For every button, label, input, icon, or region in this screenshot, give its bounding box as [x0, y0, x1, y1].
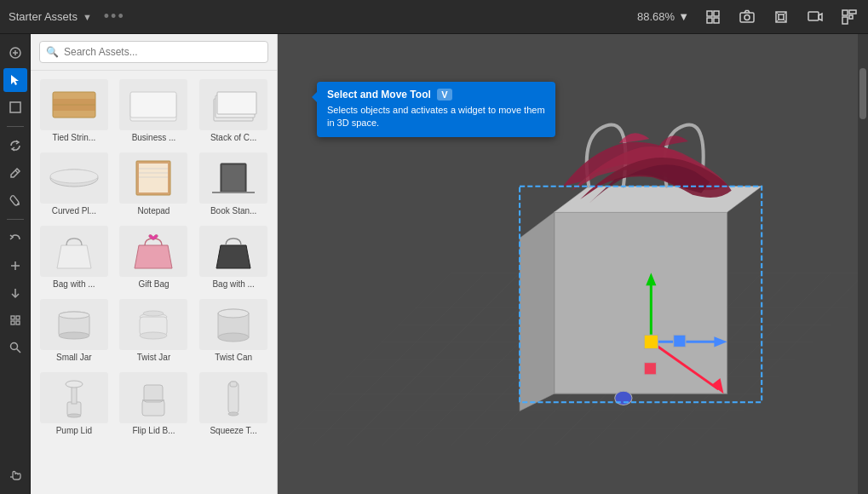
asset-label-stack-of-cards: Stack of C... — [210, 133, 256, 142]
asset-thumb-bag-black — [199, 226, 267, 277]
asset-thumb-book-stand — [199, 152, 267, 204]
svg-rect-25 — [16, 316, 20, 319]
zoom-dropdown-icon: ▼ — [678, 10, 689, 23]
asset-label-book-stand: Book Stan... — [210, 206, 256, 215]
svg-point-60 — [218, 309, 249, 318]
asset-label-bag-black: Bag with ... — [212, 279, 254, 289]
asset-bag-black[interactable]: Bag with ... — [195, 222, 272, 292]
left-toolbar — [0, 34, 31, 494]
asset-squeeze-tube[interactable]: Squeeze T... — [195, 369, 272, 439]
svg-rect-26 — [11, 321, 14, 325]
move-down-tool[interactable] — [3, 281, 27, 305]
svg-rect-4 — [740, 13, 754, 22]
viewport-scrollbar[interactable] — [858, 34, 868, 494]
asset-thumb-gift-bag — [119, 226, 187, 277]
top-bar-left: Starter Assets ▼ ••• — [9, 8, 125, 26]
camera-button[interactable] — [737, 7, 757, 27]
asset-notepad[interactable]: Notepad — [116, 149, 193, 219]
asset-grid: Tied Strin... Business ... — [31, 71, 277, 494]
render-icon — [808, 9, 823, 25]
asset-thumb-pump-lid — [40, 372, 108, 423]
gift-bag-preview — [124, 230, 183, 273]
asset-label-bag-white: Bag with ... — [53, 279, 95, 289]
svg-point-69 — [228, 412, 239, 416]
select-move-tool[interactable] — [3, 68, 27, 92]
svg-rect-12 — [849, 10, 856, 14]
zoom-value: 88.68% — [637, 10, 675, 23]
search-tool[interactable] — [3, 336, 27, 359]
undo-tool[interactable] — [3, 227, 27, 250]
asset-thumb-twist-can — [199, 299, 267, 350]
asset-label-notepad: Notepad — [138, 206, 170, 215]
asset-label-squeeze-tube: Squeeze T... — [210, 426, 256, 435]
asset-thumb-business-card — [119, 79, 187, 130]
asset-business-card[interactable]: Business ... — [116, 76, 193, 146]
main-layout: 🔍 Tied Strin... — [0, 34, 868, 494]
grid-icon — [842, 9, 857, 25]
asset-thumb-twist-jar — [119, 299, 187, 350]
frame-all-button[interactable] — [703, 7, 723, 27]
zoom-control[interactable]: 88.68% ▼ — [637, 10, 689, 23]
asset-bag-white[interactable]: Bag with ... — [36, 222, 112, 292]
tooltip-shortcut: V — [437, 89, 451, 101]
asset-label-gift-bag: Gift Bag — [138, 279, 169, 289]
asset-twist-can[interactable]: Twist Can — [195, 296, 272, 365]
asset-label-pump-lid: Pump Lid — [56, 426, 92, 435]
assets-title: Starter Assets — [9, 10, 78, 23]
asset-tied-string[interactable]: Tied Strin... — [36, 76, 112, 146]
svg-point-55 — [140, 332, 167, 339]
svg-point-40 — [50, 169, 98, 183]
asset-flip-lid[interactable]: Flip Lid B... — [116, 369, 193, 439]
brush-tool[interactable] — [3, 161, 27, 185]
transform-tool[interactable] — [3, 95, 27, 119]
add-object-tool[interactable] — [3, 41, 27, 65]
svg-rect-1 — [714, 11, 719, 16]
svg-rect-24 — [11, 316, 14, 319]
svg-rect-0 — [707, 11, 712, 16]
grid-button[interactable] — [839, 7, 859, 27]
asset-gift-bag[interactable]: Gift Bag — [116, 222, 193, 292]
top-bar: Starter Assets ▼ ••• 88.68% ▼ — [0, 0, 868, 34]
svg-point-59 — [218, 333, 249, 342]
asset-label-flip-lid: Flip Lid B... — [132, 426, 175, 435]
anchor-tool[interactable] — [3, 308, 27, 332]
perspective-button[interactable] — [771, 7, 791, 27]
asset-pump-lid[interactable]: Pump Lid — [36, 369, 112, 439]
svg-point-5 — [744, 14, 750, 20]
viewport[interactable]: Select and Move Tool V Selects objects a… — [278, 34, 868, 494]
svg-rect-13 — [849, 15, 853, 19]
squeeze-tube-preview — [204, 376, 263, 419]
top-bar-right: 88.68% ▼ — [637, 7, 859, 27]
render-button[interactable] — [805, 7, 825, 27]
frame-all-icon — [705, 9, 721, 25]
more-options[interactable]: ••• — [104, 8, 125, 26]
scrollbar-thumb[interactable] — [859, 68, 866, 119]
svg-point-28 — [10, 343, 17, 350]
asset-stack-of-cards[interactable]: Stack of C... — [195, 76, 272, 146]
tooltip-description: Selects objects and activates a widget t… — [327, 104, 545, 130]
plus-tool[interactable] — [3, 254, 27, 278]
asset-twist-jar[interactable]: Twist Jar — [116, 296, 193, 365]
rotate-tool[interactable] — [3, 134, 27, 158]
hand-tool[interactable] — [3, 463, 27, 487]
svg-rect-47 — [222, 165, 244, 191]
svg-rect-83 — [674, 335, 686, 347]
twist-jar-preview — [124, 303, 183, 346]
asset-thumb-curved-plate — [40, 152, 108, 204]
svg-point-20 — [17, 203, 20, 205]
search-input[interactable] — [39, 41, 268, 63]
flip-lid-preview — [124, 376, 183, 419]
asset-small-jar[interactable]: Small Jar — [36, 296, 112, 365]
asset-book-stand[interactable]: Book Stan... — [195, 149, 272, 219]
bag-white-preview — [44, 230, 104, 273]
business-card-preview — [124, 83, 183, 126]
tied-string-preview — [44, 83, 104, 126]
asset-label-business-card: Business ... — [132, 133, 176, 142]
asset-thumb-bag-white — [40, 226, 108, 277]
tooltip-arrow — [312, 92, 317, 102]
paint-tool[interactable] — [3, 188, 27, 212]
asset-curved-plate[interactable]: Curved Pl... — [36, 149, 112, 219]
curved-plate-preview — [44, 157, 104, 199]
dropdown-arrow[interactable]: ▼ — [83, 12, 92, 22]
svg-marker-74 — [520, 212, 555, 411]
